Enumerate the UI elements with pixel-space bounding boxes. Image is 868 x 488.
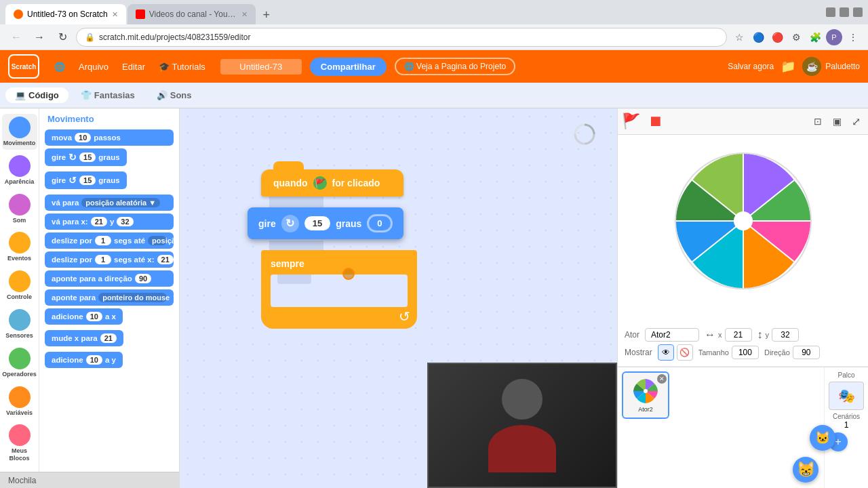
cat-label-som: Som	[13, 217, 26, 224]
close-btn[interactable]	[853, 7, 863, 17]
sprite-action-btn[interactable]: 🐱	[810, 425, 835, 451]
browser-ext2[interactable]: 🔴	[769, 29, 785, 45]
block-adicione-x[interactable]: adicione 10 a x	[45, 308, 123, 325]
block-input-ponteiro[interactable]: ponteiro do mouse ▼	[98, 293, 167, 302]
nav-editar[interactable]: Editar	[115, 50, 152, 83]
nav-tutorials[interactable]: 🎓 Tutorials	[152, 50, 212, 83]
direcao-input[interactable]	[793, 346, 820, 359]
category-movimento[interactable]: Movimento	[2, 114, 37, 150]
gire-block[interactable]: gire ↻ 15 graus 0	[248, 207, 403, 239]
block-deslize-xy[interactable]: deslize por 1 segs até x: 21 y 32	[45, 251, 174, 268]
add-sprite-btn[interactable]: 😸	[793, 457, 818, 483]
block-gire-ccw[interactable]: gire ↺ 15 graus	[45, 171, 127, 189]
tab-youtube[interactable]: Videos do canal - YouTube Studi... ✕	[127, 4, 256, 24]
forever-block[interactable]: sempre ↺	[261, 250, 417, 329]
nav-globe[interactable]: 🌐	[47, 50, 72, 83]
profile-icon[interactable]: P	[826, 29, 842, 45]
block-va-para[interactable]: vá para posição aleatória ▼	[45, 195, 174, 211]
block-va-para-xy[interactable]: vá para x: 21 y 32	[45, 214, 174, 230]
browser-ext3[interactable]: ⚙	[788, 29, 804, 45]
sprite-delete-btn[interactable]: ✕	[657, 374, 667, 384]
left-panel-inner: Movimento Aparência Som Eventos	[0, 108, 179, 472]
block-aponte-direcao[interactable]: aponte para a direção 90	[45, 270, 174, 287]
folder-icon[interactable]: 📁	[781, 59, 795, 74]
block-adicione-y[interactable]: adicione 10 a y	[45, 352, 123, 368]
tamanho-input[interactable]	[732, 346, 759, 359]
hide-btn[interactable]: 🚫	[677, 344, 693, 361]
block-input-15a[interactable]: 15	[79, 152, 96, 162]
show-btn[interactable]: 👁	[658, 344, 674, 361]
maximize-btn[interactable]	[840, 7, 849, 17]
category-aparencia[interactable]: Aparência	[2, 152, 37, 188]
tab-close-scratch[interactable]: ✕	[112, 10, 118, 19]
hat-block-container[interactable]: quando 🚩 for clicado	[261, 169, 417, 197]
stage-thumb[interactable]: 🎭	[829, 382, 864, 410]
y-coord-input[interactable]	[772, 328, 799, 342]
tab-close-youtube[interactable]: ✕	[241, 10, 248, 19]
gire-input-15[interactable]: 15	[304, 216, 330, 230]
block-input-y32[interactable]: 32	[117, 217, 133, 226]
save-button[interactable]: Salvar agora	[728, 62, 774, 71]
category-sensores[interactable]: Sensores	[2, 306, 37, 342]
block-input-10a[interactable]: 10	[86, 312, 102, 321]
fullscreen-btn[interactable]: ⤢	[848, 113, 864, 129]
layout-btn-2[interactable]: ▣	[829, 113, 845, 129]
block-input-10[interactable]: 10	[75, 133, 91, 142]
back-btn[interactable]: ←	[7, 28, 26, 47]
block-input-posaleat[interactable]: posição aleatória ▼	[81, 198, 160, 207]
project-title-input[interactable]	[220, 59, 302, 75]
category-meus-blocos[interactable]: Meus Blocos	[2, 422, 37, 465]
block-input-10b[interactable]: 10	[86, 355, 102, 365]
block-input-15b[interactable]: 15	[79, 176, 96, 185]
block-deslize-pos[interactable]: deslize por 1 segs até posição aleatória…	[45, 232, 174, 249]
block-input-x21b[interactable]: 21	[157, 255, 174, 264]
address-bar[interactable]: 🔒 scratch.mit.edu/projects/408231559/edi…	[76, 28, 727, 47]
category-operadores[interactable]: Operadores	[2, 345, 37, 381]
green-flag-btn[interactable]: 🚩	[622, 113, 640, 130]
mochila-bar[interactable]: Mochila	[0, 472, 179, 488]
category-controle[interactable]: Controle	[2, 268, 37, 304]
block-mude-x[interactable]: mude x para 21	[45, 330, 123, 346]
webcam-overlay	[427, 363, 617, 488]
block-input-posaleat2[interactable]: posição aleatória ▼	[148, 236, 167, 245]
block-input-x21[interactable]: 21	[91, 217, 107, 226]
x-coord-input[interactable]	[725, 328, 752, 342]
scratch-nav: 🌐 Arquivo Editar 🎓 Tutorials	[47, 50, 212, 83]
block-input-1a[interactable]: 1	[95, 236, 111, 245]
tab-codigo[interactable]: 💻 Código	[5, 87, 68, 103]
layout-btn-1[interactable]: ⊡	[810, 113, 826, 129]
gire-input-0[interactable]: 0	[367, 214, 392, 232]
category-eventos[interactable]: Eventos	[2, 229, 37, 265]
forward-btn[interactable]: →	[30, 28, 49, 47]
bookmark-icon[interactable]: ☆	[731, 29, 747, 45]
refresh-btn[interactable]: ↻	[53, 28, 72, 47]
browser-ext4[interactable]: 🧩	[807, 29, 823, 45]
sprite-thumb-ator2[interactable]: ✕	[622, 371, 669, 419]
stop-btn[interactable]: ⏹	[648, 113, 663, 130]
user-avatar[interactable]: ☕ Paludetto	[802, 57, 860, 76]
view-project-button[interactable]: 🌐 Veja a Pagina do Projeto	[395, 58, 515, 75]
browser-ext1[interactable]: 🔵	[750, 29, 766, 45]
block-mova[interactable]: mova 10 passos	[45, 129, 174, 146]
sprite-name-input[interactable]	[645, 328, 699, 342]
tab-scratch[interactable]: Untitled-73 on Scratch ✕	[5, 4, 126, 24]
block-gire-cw[interactable]: gire ↻ 15 graus	[45, 148, 127, 166]
nav-arquivo[interactable]: Arquivo	[72, 50, 115, 83]
block-input-1b[interactable]: 1	[95, 255, 111, 264]
minimize-btn[interactable]	[826, 7, 835, 17]
code-canvas[interactable]: quando 🚩 for clicado gire ↻ 15 g	[180, 108, 617, 488]
new-tab-button[interactable]: +	[257, 5, 276, 24]
block-input-21c[interactable]: 21	[100, 333, 117, 343]
scratch-logo[interactable]: Scratch	[8, 54, 39, 79]
block-aponte-para[interactable]: aponte para ponteiro do mouse ▼	[45, 289, 174, 306]
tab-fantasias[interactable]: 👕 Fantasias	[71, 87, 144, 103]
y-label: y	[766, 331, 770, 339]
block-input-90[interactable]: 90	[135, 274, 151, 283]
hat-block[interactable]: quando 🚩 for clicado	[261, 169, 403, 197]
tab-sons[interactable]: 🔊 Sons	[147, 87, 201, 103]
category-som[interactable]: Som	[2, 191, 37, 227]
share-button[interactable]: Compartilhar	[310, 58, 387, 76]
menu-icon[interactable]: ⋮	[845, 29, 861, 45]
category-variaveis[interactable]: Variáveis	[2, 384, 37, 420]
y-arrow-icon: ↕	[757, 329, 763, 341]
